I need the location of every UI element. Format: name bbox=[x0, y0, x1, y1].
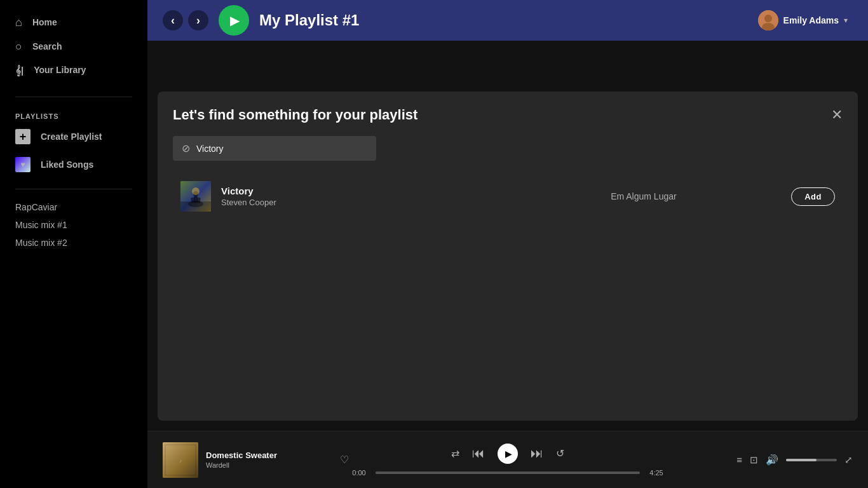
bottom-player: ♪ Domestic Sweater Wardell ♡ ⇄ bbox=[147, 431, 868, 488]
devices-button[interactable]: ⊡ bbox=[750, 454, 758, 466]
playlist-links: RapCaviar Music mix #1 Music mix #2 bbox=[0, 200, 147, 250]
user-avatar bbox=[758, 10, 778, 30]
now-playing-artist: Wardell bbox=[206, 461, 332, 469]
track-info: Victory Steven Cooper bbox=[221, 186, 496, 207]
nav-buttons: ‹ › bbox=[163, 10, 208, 30]
playlists-label: PLAYLISTS bbox=[0, 107, 147, 123]
sidebar-item-home[interactable]: ⌂ Home bbox=[0, 10, 147, 34]
player-controls: ⇄ ⏮ ▶ ⏭ ↺ 0:00 bbox=[349, 444, 667, 477]
control-buttons: ⇄ ⏮ ▶ ⏭ ↺ bbox=[451, 444, 564, 464]
track-name: Victory bbox=[221, 186, 496, 196]
library-icon: 𝄞| bbox=[15, 65, 24, 75]
repeat-icon: ↺ bbox=[556, 448, 564, 459]
liked-songs-label: Liked Songs bbox=[41, 159, 93, 170]
sidebar-library-label: Your Library bbox=[34, 65, 86, 75]
next-button[interactable]: ⏭ bbox=[531, 446, 543, 461]
volume-icon: 🔊 bbox=[766, 454, 778, 466]
search-result-row: Victory Steven Cooper Em Algum Lugar Add bbox=[173, 176, 843, 217]
user-name: Emily Adams bbox=[783, 15, 839, 25]
fullscreen-button[interactable]: ⤢ bbox=[844, 454, 853, 466]
content-area: Let's find something for your playlist ✕… bbox=[147, 41, 868, 431]
devices-icon: ⊡ bbox=[750, 454, 758, 465]
sidebar: ⌂ Home ○ Search 𝄞| Your Library PLAYLIST… bbox=[0, 0, 147, 488]
previous-button[interactable]: ⏮ bbox=[472, 446, 485, 461]
repeat-button[interactable]: ↺ bbox=[556, 447, 564, 459]
prev-icon: ⏮ bbox=[472, 446, 485, 460]
svg-point-9 bbox=[192, 187, 200, 195]
fullscreen-icon: ⤢ bbox=[844, 454, 853, 465]
progress-bar-container: 0:00 4:25 bbox=[349, 469, 667, 477]
chevron-down-icon: ▾ bbox=[844, 16, 848, 25]
sidebar-item-search[interactable]: ○ Search bbox=[0, 34, 147, 58]
playlists-section: PLAYLISTS + Create Playlist ♥ Liked Song… bbox=[0, 102, 147, 184]
shuffle-icon: ⇄ bbox=[451, 448, 459, 459]
track-album: Em Algum Lugar bbox=[506, 191, 782, 201]
close-modal-button[interactable]: ✕ bbox=[831, 108, 843, 122]
heart-icon: ♡ bbox=[340, 454, 349, 465]
liked-songs-item[interactable]: ♥ Liked Songs bbox=[0, 151, 147, 179]
queue-icon: ≡ bbox=[736, 454, 742, 465]
create-playlist-item[interactable]: + Create Playlist bbox=[0, 123, 147, 151]
volume-fill bbox=[786, 459, 817, 461]
sidebar-item-library[interactable]: 𝄞| Your Library bbox=[0, 58, 147, 81]
playlist-link-musicmix2[interactable]: Music mix #2 bbox=[15, 235, 132, 250]
create-playlist-icon: + bbox=[15, 129, 31, 144]
sidebar-divider bbox=[15, 97, 132, 97]
forward-button[interactable]: › bbox=[188, 10, 208, 30]
next-icon: ⏭ bbox=[531, 446, 543, 460]
now-playing-thumbnail: ♪ bbox=[163, 442, 198, 478]
track-thumbnail-image bbox=[180, 181, 211, 212]
shuffle-button[interactable]: ⇄ bbox=[451, 447, 459, 459]
forward-icon: › bbox=[196, 14, 200, 27]
modal-header: Let's find something for your playlist ✕ bbox=[173, 107, 843, 123]
now-playing-image: ♪ bbox=[163, 442, 198, 478]
volume-bar[interactable] bbox=[786, 459, 837, 461]
find-song-modal: Let's find something for your playlist ✕… bbox=[158, 92, 858, 421]
user-profile[interactable]: Emily Adams ▾ bbox=[758, 10, 848, 30]
svg-point-1 bbox=[764, 15, 772, 22]
search-nav-icon: ○ bbox=[15, 41, 22, 52]
progress-bar[interactable] bbox=[376, 471, 640, 474]
play-large-icon: ▶ bbox=[230, 13, 240, 28]
back-icon: ‹ bbox=[171, 14, 175, 27]
now-playing: ♪ Domestic Sweater Wardell ♡ bbox=[163, 442, 349, 478]
sidebar-home-label: Home bbox=[32, 17, 57, 27]
sidebar-divider2 bbox=[15, 189, 132, 189]
search-bar[interactable]: ⊘ bbox=[173, 136, 376, 161]
sidebar-nav: ⌂ Home ○ Search 𝄞| Your Library bbox=[0, 5, 147, 92]
modal-title: Let's find something for your playlist bbox=[173, 107, 417, 123]
play-icon: ▶ bbox=[505, 449, 512, 459]
track-thumbnail bbox=[180, 181, 211, 212]
liked-songs-icon: ♥ bbox=[15, 157, 31, 172]
now-playing-info: Domestic Sweater Wardell bbox=[206, 451, 332, 469]
back-button[interactable]: ‹ bbox=[163, 10, 183, 30]
top-bar: ‹ › ▶ My Playlist #1 E bbox=[147, 0, 868, 41]
play-pause-button[interactable]: ▶ bbox=[498, 444, 518, 464]
main-content: ‹ › ▶ My Playlist #1 E bbox=[147, 0, 868, 488]
svg-rect-10 bbox=[180, 201, 211, 212]
time-total: 4:25 bbox=[646, 469, 667, 477]
like-button[interactable]: ♡ bbox=[340, 454, 349, 466]
playlist-link-musicmix1[interactable]: Music mix #1 bbox=[15, 217, 132, 233]
playlist-link-rapcaviar[interactable]: RapCaviar bbox=[15, 200, 132, 215]
queue-button[interactable]: ≡ bbox=[736, 454, 742, 465]
avatar-image bbox=[758, 10, 778, 30]
sidebar-search-label: Search bbox=[32, 41, 62, 51]
playlist-play-button[interactable]: ▶ bbox=[219, 5, 249, 36]
search-input[interactable] bbox=[196, 144, 367, 154]
home-icon: ⌂ bbox=[15, 17, 22, 28]
time-current: 0:00 bbox=[349, 469, 369, 477]
search-bar-icon: ⊘ bbox=[182, 142, 190, 154]
create-playlist-label: Create Playlist bbox=[41, 132, 102, 142]
playlist-title: My Playlist #1 bbox=[259, 11, 758, 29]
track-artist: Steven Cooper bbox=[221, 198, 496, 207]
now-playing-title: Domestic Sweater bbox=[206, 451, 332, 460]
add-track-button[interactable]: Add bbox=[791, 187, 835, 206]
svg-text:♪: ♪ bbox=[179, 458, 182, 464]
player-right: ≡ ⊡ 🔊 ⤢ bbox=[667, 454, 853, 466]
